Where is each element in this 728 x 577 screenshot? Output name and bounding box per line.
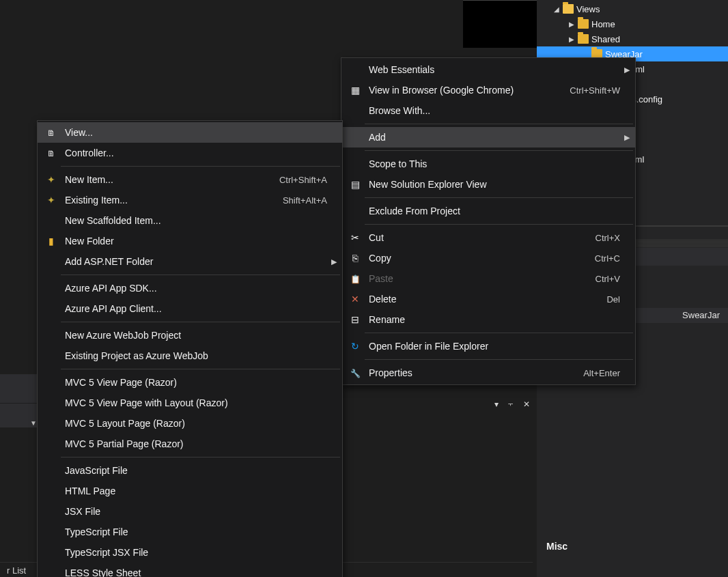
context-menu-item[interactable]: Scope to This xyxy=(341,154,635,174)
menu-item-label: JavaScript File xyxy=(65,465,128,476)
menu-item-label: Properties xyxy=(369,367,412,378)
add-submenu-item[interactable]: MVC 5 View Page with Layout (Razor) xyxy=(38,393,342,413)
menu-item-label: New Azure WebJob Project xyxy=(65,330,181,341)
add-submenu-item[interactable]: Azure API App SDK... xyxy=(38,278,342,298)
menu-item-label: New Scaffolded Item... xyxy=(65,215,161,226)
context-menu-item[interactable]: Browse With... xyxy=(341,100,635,121)
add-submenu-item[interactable]: Add ASP.NET Folder▶ xyxy=(38,251,342,272)
menu-separator xyxy=(365,333,633,333)
menu-item-label: MVC 5 View Page with Layout (Razor) xyxy=(65,397,228,408)
menu-item-label: New Item... xyxy=(65,174,113,185)
add-submenu-item[interactable]: View... xyxy=(38,122,342,143)
add-submenu-item[interactable]: LESS Style Sheet xyxy=(38,563,342,577)
add-submenu-item[interactable]: Controller... xyxy=(38,143,342,163)
context-menu[interactable]: Web Essentials▶View in Browser (Google C… xyxy=(341,57,636,385)
tool-window-controls: ▾ ⫟ ✕ xyxy=(341,396,533,412)
context-menu-item[interactable]: PropertiesAlt+Enter xyxy=(341,363,635,383)
context-menu-item[interactable]: View in Browser (Google Chrome)Ctrl+Shif… xyxy=(341,80,635,100)
context-menu-item[interactable]: CopyCtrl+C xyxy=(341,248,635,268)
menu-item-label: Browse With... xyxy=(369,105,430,116)
browser-icon xyxy=(348,85,362,96)
menu-item-label: MVC 5 Partial Page (Razor) xyxy=(65,438,184,449)
tree-node-views[interactable]: ◢ Views xyxy=(549,1,728,16)
side-strip xyxy=(0,374,42,403)
add-submenu-item[interactable]: Existing Project as Azure WebJob xyxy=(38,346,342,366)
add-submenu-item[interactable]: MVC 5 Layout Page (Razor) xyxy=(38,413,342,434)
tree-label: Views xyxy=(576,4,600,14)
newfolder-icon xyxy=(44,236,58,247)
menu-item-label: Azure API App Client... xyxy=(65,303,162,314)
tree-node-shared[interactable]: ▶ Shared xyxy=(549,31,728,46)
chevron-down-icon[interactable]: ▼ xyxy=(30,419,37,427)
add-submenu-item[interactable]: New Azure WebJob Project xyxy=(38,325,342,346)
add-submenu-item[interactable]: HTML Page xyxy=(38,481,342,501)
context-menu-item[interactable]: DeleteDel xyxy=(341,289,635,309)
menu-separator xyxy=(61,166,340,167)
add-submenu-item[interactable]: Existing Item...Shift+Alt+A xyxy=(38,190,342,210)
menu-item-label: Rename xyxy=(369,314,405,325)
menu-item-label: Copy xyxy=(369,253,391,264)
tree-label: Home xyxy=(591,19,615,29)
folder-icon xyxy=(578,19,589,29)
close-icon[interactable]: ✕ xyxy=(523,399,530,409)
add-submenu-item[interactable]: JavaScript File xyxy=(38,460,342,481)
add-submenu-item[interactable]: New Scaffolded Item... xyxy=(38,210,342,231)
cut-icon xyxy=(348,232,362,243)
add-submenu-item[interactable]: TypeScript File xyxy=(38,522,342,542)
menu-item-label: Delete xyxy=(369,294,396,305)
chevron-right-icon: ▶ xyxy=(624,133,630,142)
menu-item-label: MVC 5 View Page (Razor) xyxy=(65,377,177,388)
menu-separator xyxy=(61,322,340,322)
menu-separator xyxy=(365,197,633,198)
menu-item-label: Add ASP.NET Folder xyxy=(65,256,153,267)
controller-icon xyxy=(44,147,58,158)
newitem-icon xyxy=(44,174,58,185)
menu-item-label: Scope to This xyxy=(369,158,427,169)
chevron-right-icon: ▶ xyxy=(331,257,337,266)
add-submenu-item[interactable]: TypeScript JSX File xyxy=(38,542,342,563)
menu-item-label: View... xyxy=(65,127,93,138)
context-menu-item[interactable]: CutCtrl+X xyxy=(341,227,635,248)
context-menu-item[interactable]: Open Folder in File Explorer xyxy=(341,336,635,356)
context-menu-item[interactable]: New Solution Explorer View xyxy=(341,174,635,195)
add-submenu-item[interactable]: MVC 5 Partial Page (Razor) xyxy=(38,434,342,454)
menu-item-shortcut: Alt+Enter xyxy=(583,368,620,378)
expander-icon[interactable]: ◢ xyxy=(553,5,560,12)
add-submenu-item[interactable]: New Folder xyxy=(38,231,342,251)
copy-icon xyxy=(348,253,362,264)
context-menu-item[interactable]: Rename xyxy=(341,309,635,330)
tree-node-home[interactable]: ▶ Home xyxy=(549,16,728,31)
chevron-right-icon: ▶ xyxy=(624,66,630,74)
menu-item-label: MVC 5 Layout Page (Razor) xyxy=(65,418,185,429)
menu-item-label: Existing Item... xyxy=(65,195,128,206)
tree-label: Shared xyxy=(591,34,620,44)
add-submenu-item[interactable]: New Item...Ctrl+Shift+A xyxy=(38,169,342,190)
menu-item-label: LESS Style Sheet xyxy=(65,567,141,577)
menu-separator xyxy=(365,224,633,225)
add-submenu-item[interactable]: MVC 5 View Page (Razor) xyxy=(38,372,342,393)
tab-error-list[interactable]: r List xyxy=(0,564,33,577)
menu-separator xyxy=(365,359,633,360)
folder-icon xyxy=(563,4,574,14)
context-menu-item[interactable]: Exclude From Project xyxy=(341,201,635,221)
menu-item-shortcut: Ctrl+Shift+A xyxy=(279,175,327,185)
menu-separator xyxy=(61,275,340,275)
expander-icon[interactable]: ▶ xyxy=(568,20,575,27)
add-submenu-item[interactable]: Azure API App Client... xyxy=(38,298,342,319)
context-menu-item[interactable]: Add▶ xyxy=(341,127,635,147)
menu-item-label: Azure API App SDK... xyxy=(65,283,157,294)
folder-icon xyxy=(578,34,589,44)
pin-icon[interactable]: ⫟ xyxy=(507,399,515,409)
menu-separator xyxy=(365,150,633,151)
paste-icon xyxy=(348,273,362,284)
expander-icon[interactable]: ▶ xyxy=(568,36,575,42)
window-options-dropdown[interactable]: ▾ xyxy=(494,399,499,409)
menu-item-label: Cut xyxy=(369,232,384,243)
editor-thumbnail xyxy=(463,0,537,48)
wrench-icon xyxy=(348,367,362,378)
menu-item-label: Paste xyxy=(369,273,393,284)
add-submenu[interactable]: View...Controller...New Item...Ctrl+Shif… xyxy=(37,120,343,577)
add-submenu-item[interactable]: JSX File xyxy=(38,501,342,522)
menu-item-label: Exclude From Project xyxy=(369,206,460,216)
context-menu-item[interactable]: Web Essentials▶ xyxy=(341,59,635,80)
